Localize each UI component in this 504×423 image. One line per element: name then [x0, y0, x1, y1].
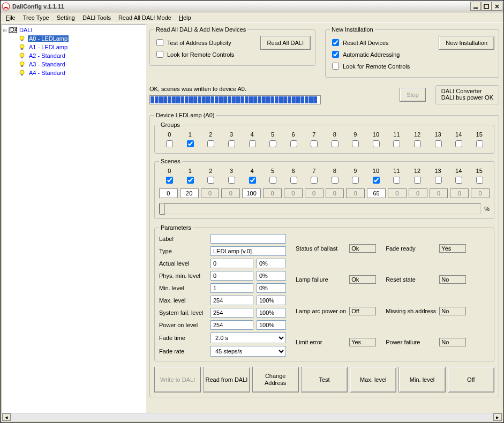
scene-val-13 [430, 188, 448, 198]
chk-look-remote-2[interactable]: Look for Remote Controls [330, 61, 434, 71]
scene-chk-9[interactable] [352, 177, 359, 184]
off-button[interactable]: Off [448, 367, 494, 392]
type-input[interactable] [210, 246, 286, 256]
tree-root[interactable]: ⊟ DALI DALI [3, 26, 145, 34]
group-chk-3[interactable] [228, 140, 235, 147]
group-chk-2[interactable] [207, 140, 214, 147]
scene-chk-6[interactable] [290, 177, 297, 184]
scene-chk-3[interactable] [228, 177, 235, 184]
scene-val-1[interactable] [180, 188, 199, 198]
group-chk-5[interactable] [269, 140, 276, 147]
group-chk-4[interactable] [249, 140, 256, 147]
tree-item-1[interactable]: A1 - LEDLamp [18, 43, 145, 51]
read-dali-button[interactable]: Read from DALI [203, 367, 250, 392]
chk-test-duplicity[interactable]: Test of Address Duplicity [154, 37, 256, 48]
status-fade: Yes [439, 244, 466, 253]
tree-item-4[interactable]: A4 - Standard [18, 69, 145, 77]
stop-button[interactable]: Stop [400, 88, 426, 102]
power-on-input[interactable] [210, 320, 253, 330]
menu-dalitools[interactable]: DALI Tools [79, 13, 114, 22]
dali-root-icon: DALI [9, 26, 17, 34]
scene-chk-15[interactable] [476, 177, 483, 184]
scene-chk-5[interactable] [269, 177, 276, 184]
device-tree[interactable]: ⊟ DALI DALI A0 - LEDLampA1 - LEDLampA2 -… [2, 24, 146, 421]
actual-level-input[interactable] [210, 259, 253, 268]
scene-chk-11[interactable] [393, 177, 400, 184]
read-all-dali-button[interactable]: Read All DALI [260, 36, 311, 50]
power-on-pct [257, 320, 286, 330]
change-addr-button[interactable]: ChangeAddress [252, 367, 299, 392]
menu-help[interactable]: Help [176, 13, 194, 22]
scene-chk-10[interactable] [373, 177, 380, 184]
svg-rect-2 [484, 4, 488, 9]
scene-chk-1[interactable] [187, 177, 194, 184]
scene-chk-2[interactable] [207, 177, 214, 184]
group-chk-10[interactable] [373, 140, 380, 147]
group-chk-12[interactable] [414, 140, 421, 147]
scene-val-9 [346, 188, 365, 198]
group-chk-15[interactable] [476, 140, 483, 147]
scene-val-8 [326, 188, 344, 198]
scene-val-0[interactable] [159, 188, 178, 198]
tree-item-3[interactable]: A3 - Standard [18, 60, 145, 69]
phys-min-input[interactable] [210, 271, 253, 281]
svg-rect-14 [21, 74, 23, 75]
group-chk-11[interactable] [393, 140, 400, 147]
group-chk-1[interactable] [187, 140, 194, 147]
scene-val-2 [201, 188, 220, 198]
chk-reset-all[interactable]: Reset All Devices [330, 37, 434, 48]
menubar: File Tree Type Setting DALI Tools Read A… [1, 12, 503, 23]
menu-treetype[interactable]: Tree Type [20, 13, 52, 22]
group-chk-8[interactable] [332, 140, 338, 147]
scene-slider[interactable] [159, 203, 481, 214]
fade-rate-select[interactable]: 45 steps/s [210, 346, 286, 357]
menu-setting[interactable]: Setting [54, 13, 78, 22]
scene-val-10[interactable] [367, 188, 386, 198]
label-input[interactable] [210, 234, 286, 244]
scene-chk-13[interactable] [435, 177, 442, 184]
scenes-fieldset: Scenes 0123456789101112131415 % [154, 158, 494, 219]
write-dali-button[interactable]: Write to DALI [154, 367, 201, 392]
max-level-input[interactable] [210, 296, 253, 305]
group-chk-9[interactable] [352, 140, 359, 147]
group-chk-14[interactable] [455, 140, 462, 147]
sys-fail-pct [257, 308, 286, 318]
svg-point-11 [20, 62, 24, 66]
svg-point-7 [20, 44, 24, 49]
tree-item-2[interactable]: A2 - Standard [18, 51, 145, 60]
status-ballast: Ok [349, 244, 376, 253]
tree-item-0[interactable]: A0 - LEDLamp [18, 34, 145, 43]
menu-file[interactable]: File [3, 13, 19, 22]
chk-look-remote-1[interactable]: Look for Remote Controls [154, 49, 256, 59]
test-button[interactable]: Test [301, 367, 348, 392]
scene-chk-7[interactable] [311, 177, 318, 184]
minimize-button[interactable] [470, 2, 481, 11]
menu-readall[interactable]: Read All DALI Mode [115, 13, 175, 22]
fade-time-select[interactable]: 2.0 s [210, 333, 286, 343]
chk-auto-addr[interactable]: Automatic Addressing [330, 49, 434, 59]
status-message: OK, scenes was written to device A0. [149, 86, 390, 92]
progress-bar [149, 95, 321, 104]
new-install-button[interactable]: New Installation [439, 36, 494, 50]
scene-chk-4[interactable] [249, 177, 256, 184]
group-chk-0[interactable] [166, 140, 173, 147]
scene-chk-0[interactable] [166, 177, 173, 184]
scene-chk-14[interactable] [455, 177, 462, 184]
h-scrollbar[interactable]: ◂ ▸ [2, 413, 502, 421]
device-fieldset: Device LEDLamp (A0) Groups 0123456789101… [149, 112, 499, 397]
close-button[interactable] [492, 2, 502, 11]
scroll-right-icon[interactable]: ▸ [493, 413, 502, 421]
min-level-button[interactable]: Min. level [398, 367, 445, 392]
group-chk-7[interactable] [311, 140, 318, 147]
group-chk-6[interactable] [290, 140, 297, 147]
scene-val-4[interactable] [242, 188, 261, 198]
max-level-button[interactable]: Max. level [350, 367, 396, 392]
scene-chk-12[interactable] [414, 177, 421, 184]
svg-point-0 [2, 3, 10, 10]
maximize-button[interactable] [481, 2, 492, 11]
sys-fail-input[interactable] [210, 308, 253, 318]
min-level-input[interactable] [210, 283, 253, 293]
scroll-left-icon[interactable]: ◂ [2, 413, 11, 421]
scene-chk-8[interactable] [332, 177, 338, 184]
group-chk-13[interactable] [435, 140, 442, 147]
